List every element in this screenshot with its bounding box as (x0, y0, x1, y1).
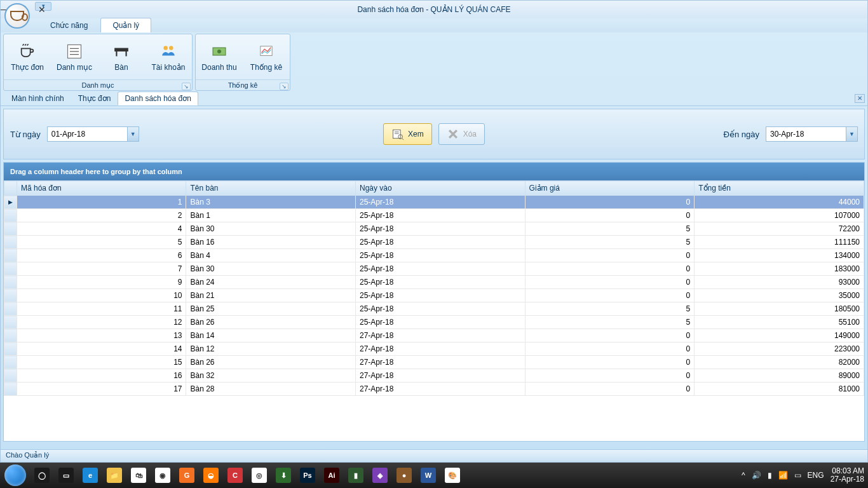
doc-tab-danh-sach-hoa-don[interactable]: Danh sách hóa đơn (118, 92, 198, 105)
cell-ngay-vao: 27-Apr-18 (355, 356, 525, 369)
row-indicator (4, 276, 17, 289)
start-button[interactable] (3, 463, 28, 488)
cell-giam-gia: 0 (525, 329, 695, 342)
ribbon-thuc-don[interactable]: Thực đơn (4, 34, 51, 79)
taskbar-explorer-icon[interactable]: 📁 (107, 468, 122, 483)
table-row[interactable]: 9Bàn 2425-Apr-18093000 (4, 276, 864, 289)
table-row[interactable]: 11Bàn 2525-Apr-185180500 (4, 302, 864, 316)
taskbar-app1-icon[interactable]: G (179, 468, 194, 483)
to-date-picker[interactable]: 30-Apr-18 ▼ (766, 126, 858, 142)
tray-up-icon[interactable]: ^ (742, 471, 745, 480)
delete-button[interactable]: Xóa (438, 123, 485, 145)
cell-ten-ban: Bàn 16 (186, 236, 356, 249)
svg-point-7 (217, 50, 221, 53)
table-row[interactable]: 2Bàn 125-Apr-180107000 (4, 209, 864, 222)
column-header-ten-ban[interactable]: Tên bàn (186, 181, 356, 196)
tray-action-center-icon[interactable]: ▭ (794, 471, 801, 480)
taskbar-app-brown-icon[interactable]: ● (397, 468, 412, 483)
cell-ten-ban: Bàn 14 (186, 329, 356, 342)
taskbar-idm-icon[interactable]: ⬇ (276, 468, 291, 483)
cell-ngay-vao: 25-Apr-18 (355, 262, 525, 276)
cell-giam-gia: 0 (525, 209, 695, 222)
money-icon (208, 42, 230, 61)
cell-tong-tien: 180500 (695, 302, 864, 316)
cell-ten-ban: Bàn 21 (186, 289, 356, 302)
column-header-tong-tien[interactable]: Tổng tiền (695, 181, 864, 196)
row-indicator: ▶ (4, 196, 17, 209)
taskbar-illustrator-icon[interactable]: Ai (324, 468, 339, 483)
ribbon-group-launcher[interactable]: ↘ (280, 83, 288, 90)
doc-tab-thuc-don[interactable]: Thực đơn (71, 92, 118, 105)
tray-wifi-icon[interactable]: 📶 (778, 471, 788, 480)
tab-quan-ly[interactable]: Quản lý (100, 18, 151, 32)
taskbar-corel-icon[interactable]: ▮ (348, 468, 363, 483)
taskbar-edge-icon[interactable]: e (83, 468, 98, 483)
ribbon-ban[interactable]: Bàn (98, 34, 145, 79)
row-indicator-header (4, 181, 17, 196)
cell-ma-hoa-don: 15 (17, 356, 186, 369)
from-date-picker[interactable]: 01-Apr-18 ▼ (47, 126, 139, 142)
taskbar-store-icon[interactable]: 🛍 (131, 468, 146, 483)
cell-tong-tien: 107000 (695, 209, 864, 222)
cell-ngay-vao: 25-Apr-18 (355, 276, 525, 289)
column-header-giam-gia[interactable]: Giảm giá (525, 181, 695, 196)
tray-clock[interactable]: 08:03 AM 27-Apr-18 (831, 467, 864, 484)
cell-ma-hoa-don: 10 (17, 289, 186, 302)
taskbar-visualstudio-icon[interactable]: ◈ (372, 468, 388, 483)
taskbar-chrome-icon[interactable]: ◉ (155, 468, 170, 483)
table-row[interactable]: 16Bàn 3227-Apr-18089000 (4, 369, 864, 383)
table-row[interactable]: 17Bàn 2827-Apr-18081000 (4, 383, 864, 396)
ribbon-item-label: Tài khoản (151, 63, 185, 72)
tab-chuc-nang[interactable]: Chức năng (39, 18, 99, 32)
ribbon-danh-muc[interactable]: Danh mục (51, 34, 98, 79)
table-row[interactable]: 13Bàn 1427-Apr-180149000 (4, 329, 864, 342)
tray-volume-icon[interactable]: 🔊 (752, 471, 761, 480)
table-row[interactable]: 4Bàn 3025-Apr-18572200 (4, 222, 864, 236)
taskbar-teamviewer-icon[interactable]: ◎ (252, 468, 267, 483)
column-header-ma-hoa-don[interactable]: Mã hóa đơn (17, 181, 186, 196)
tray-language[interactable]: ENG (808, 471, 824, 480)
tray-date: 27-Apr-18 (831, 475, 864, 484)
cell-giam-gia: 0 (525, 342, 695, 356)
cell-ngay-vao: 27-Apr-18 (355, 342, 525, 356)
column-header-ngay-vao[interactable]: Ngày vào (355, 181, 525, 196)
cell-tong-tien: 72200 (695, 222, 864, 236)
data-grid: Drag a column header here to group by th… (3, 162, 865, 442)
app-logo[interactable] (4, 3, 30, 29)
table-row[interactable]: 10Bàn 2125-Apr-18035000 (4, 289, 864, 302)
ribbon-group-launcher[interactable]: ↘ (182, 83, 191, 90)
table-row[interactable]: 12Bàn 2625-Apr-18555100 (4, 316, 864, 329)
table-row[interactable]: ▶1Bàn 325-Apr-18044000 (4, 196, 864, 209)
close-button[interactable]: ✕ (38, 4, 46, 15)
table-row[interactable]: 5Bàn 1625-Apr-185111150 (4, 236, 864, 249)
taskbar-word-icon[interactable]: W (421, 468, 436, 483)
cell-ngay-vao: 27-Apr-18 (355, 383, 525, 396)
taskbar-taskview-icon[interactable]: ▭ (58, 468, 74, 483)
chart-icon (255, 42, 277, 61)
taskbar-paint-icon[interactable]: 🎨 (445, 468, 460, 483)
cell-tong-tien: 55100 (695, 316, 864, 329)
doc-tab-man-hinh-chinh[interactable]: Màn hình chính (4, 92, 71, 105)
group-by-panel[interactable]: Drag a column header here to group by th… (4, 163, 864, 180)
table-row[interactable]: 15Bàn 2627-Apr-18082000 (4, 356, 864, 369)
cell-giam-gia: 0 (525, 369, 695, 383)
table-row[interactable]: 7Bàn 3025-Apr-180183000 (4, 262, 864, 276)
cell-tong-tien: 223000 (695, 342, 864, 356)
ribbon-tai-khoan[interactable]: Tài khoản (145, 34, 192, 79)
ribbon: Thực đơn Danh mục Bàn Tài khoản Danh mục… (3, 34, 865, 91)
cell-ten-ban: Bàn 30 (186, 262, 356, 276)
ribbon-doanh-thu[interactable]: Doanh thu (196, 34, 243, 79)
taskbar-photoshop-icon[interactable]: Ps (300, 468, 315, 483)
view-button[interactable]: Xem (383, 123, 432, 145)
taskbar-cortana-icon[interactable]: ◯ (34, 468, 50, 483)
cell-giam-gia: 0 (525, 249, 695, 262)
doc-tab-close-button[interactable]: ✕ (855, 94, 865, 103)
table-row[interactable]: 6Bàn 425-Apr-180134000 (4, 249, 864, 262)
cell-ngay-vao: 25-Apr-18 (355, 222, 525, 236)
table-row[interactable]: 14Bàn 1227-Apr-180223000 (4, 342, 864, 356)
taskbar-avast-icon[interactable]: ◒ (203, 468, 219, 483)
tray-battery-icon[interactable]: ▮ (768, 471, 772, 480)
ribbon-thong-ke[interactable]: Thống kê (243, 34, 290, 79)
taskbar-ccleaner-icon[interactable]: C (227, 468, 243, 483)
cell-ten-ban: Bàn 12 (186, 342, 356, 356)
